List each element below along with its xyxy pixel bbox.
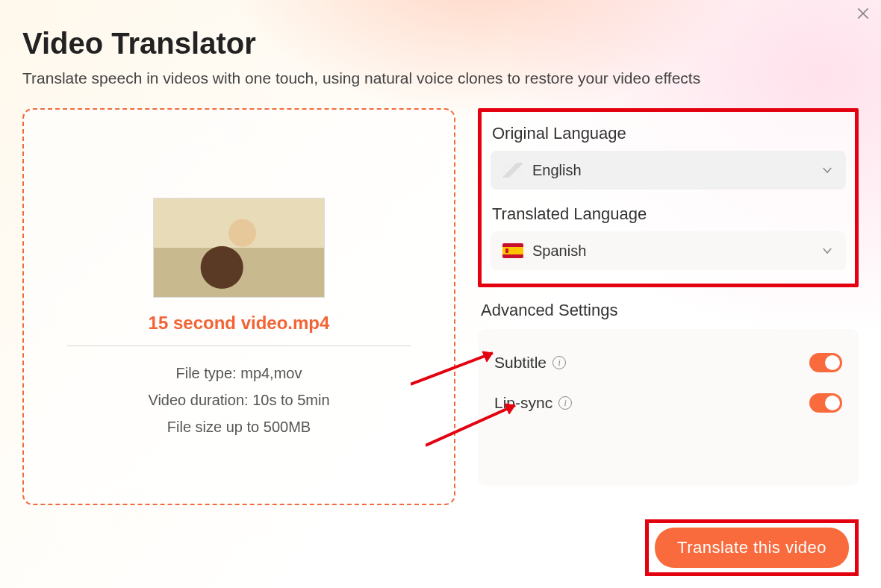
page-subtitle: Translate speech in videos with one touc… (22, 69, 859, 87)
chevron-down-icon (821, 244, 834, 257)
spec-filetype: File type: mp4,mov (148, 360, 329, 387)
info-icon[interactable]: i (552, 356, 566, 369)
translate-button[interactable]: Translate this video (655, 528, 849, 568)
translated-language-label: Translated Language (492, 204, 846, 224)
advanced-settings-label: Advanced Settings (481, 301, 859, 320)
page-title: Video Translator (22, 27, 859, 60)
lipsync-option-label: Lip-sync (494, 394, 552, 412)
translated-language-select[interactable]: Spanish (491, 231, 846, 270)
original-language-label: Original Language (492, 124, 846, 143)
chevron-down-icon (821, 163, 834, 177)
original-language-value: English (532, 162, 582, 179)
close-icon (856, 6, 871, 21)
lipsync-toggle[interactable] (809, 393, 842, 413)
info-icon[interactable]: i (558, 396, 572, 410)
flag-spain-icon (502, 243, 523, 258)
translated-language-value: Spanish (532, 243, 586, 260)
uploaded-filename: 15 second video.mp4 (149, 313, 330, 334)
spec-duration: Video duration: 10s to 5min (148, 387, 329, 413)
original-language-select[interactable]: English (491, 151, 846, 190)
divider (67, 345, 411, 346)
close-button[interactable] (856, 6, 871, 24)
upload-dropzone[interactable]: 15 second video.mp4 File type: mp4,mov V… (22, 108, 455, 505)
spec-size: File size up to 500MB (148, 413, 329, 440)
advanced-settings-panel: Subtitle i Lip-sync i (478, 329, 859, 486)
video-thumbnail (153, 198, 325, 298)
subtitle-option-label: Subtitle (494, 354, 547, 372)
cta-highlight: Translate this video (645, 519, 859, 576)
flag-placeholder-icon (502, 163, 523, 178)
language-settings-highlight: Original Language English Translated Lan… (478, 108, 859, 287)
subtitle-toggle[interactable] (809, 353, 842, 372)
